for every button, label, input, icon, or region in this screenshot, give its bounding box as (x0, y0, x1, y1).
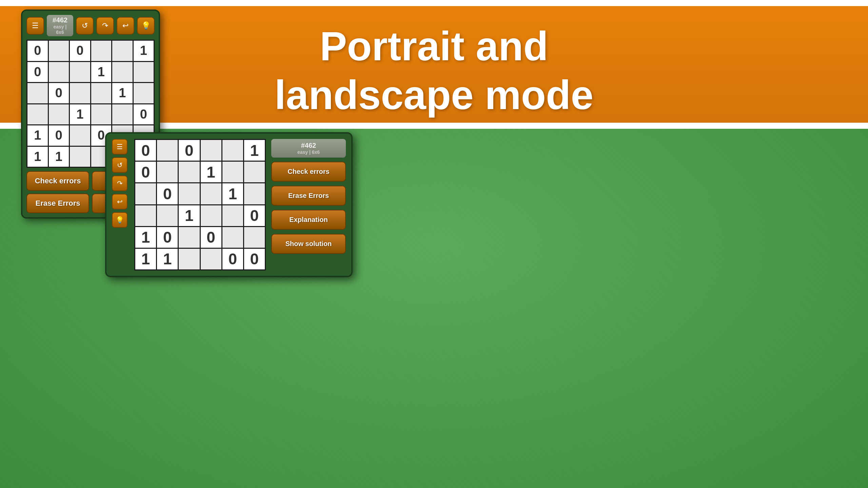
hint-icon: 💡 (141, 21, 151, 30)
landscape-device: ☰ ↺ ↷ ↩ 💡 0 0 1 0 1 (105, 132, 353, 277)
ls-cell-3-4[interactable] (222, 205, 243, 226)
portrait-cell-2-3[interactable] (91, 83, 112, 103)
ls-cell-0-1[interactable] (157, 140, 178, 161)
portrait-cell-0-2[interactable]: 0 (70, 41, 90, 61)
ls-cell-1-2[interactable] (179, 162, 199, 182)
ls-cell-5-2[interactable] (179, 249, 199, 269)
landscape-redo-button[interactable]: ↷ (112, 176, 127, 191)
portrait-cell-0-0[interactable]: 0 (27, 41, 48, 61)
ls-cell-3-1[interactable] (157, 205, 178, 226)
landscape-menu-icon: ☰ (117, 143, 123, 151)
ls-cell-1-1[interactable] (157, 162, 178, 182)
portrait-cell-3-1[interactable] (49, 104, 69, 125)
hint-button[interactable]: 💡 (137, 17, 155, 35)
ls-cell-3-2[interactable]: 1 (179, 205, 199, 226)
portrait-cell-2-2[interactable] (70, 83, 90, 103)
ls-cell-3-3[interactable] (201, 205, 221, 226)
portrait-cell-5-0[interactable]: 1 (27, 147, 48, 167)
ls-cell-4-3[interactable]: 0 (201, 227, 221, 248)
landscape-restart-button[interactable]: ↺ (112, 157, 127, 173)
ls-cell-4-0[interactable]: 1 (135, 227, 156, 248)
undo-button[interactable]: ↩ (117, 17, 134, 35)
portrait-cell-5-1[interactable]: 1 (49, 147, 69, 167)
landscape-right-panel: #462 easy | 6x6 Check errors Erase Error… (271, 139, 346, 270)
portrait-cell-4-1[interactable]: 0 (49, 125, 69, 146)
landscape-undo-button[interactable]: ↩ (112, 194, 127, 209)
ls-cell-5-3[interactable] (201, 249, 221, 269)
ls-cell-1-0[interactable]: 0 (135, 162, 156, 182)
ls-cell-2-0[interactable] (135, 183, 156, 204)
ls-cell-5-1[interactable]: 1 (157, 249, 178, 269)
portrait-cell-0-5[interactable]: 1 (134, 41, 154, 61)
redo-icon: ↷ (102, 21, 108, 30)
portrait-cell-2-5[interactable] (134, 83, 154, 103)
ls-cell-1-3[interactable]: 1 (201, 162, 221, 182)
ls-cell-4-5[interactable] (244, 227, 265, 248)
landscape-restart-icon: ↺ (117, 161, 123, 169)
landscape-redo-icon: ↷ (117, 179, 123, 187)
landscape-hint-button[interactable]: 💡 (112, 212, 127, 228)
ls-cell-5-4[interactable]: 0 (222, 249, 243, 269)
ls-cell-1-5[interactable] (244, 162, 265, 182)
portrait-puzzle-title: #462 easy | 6x6 (47, 15, 73, 36)
portrait-cell-0-4[interactable] (112, 41, 133, 61)
portrait-cell-3-5[interactable]: 0 (134, 104, 154, 125)
portrait-cell-1-2[interactable] (70, 62, 90, 82)
menu-button[interactable]: ☰ (26, 17, 44, 35)
portrait-cell-1-0[interactable]: 0 (27, 62, 48, 82)
ls-cell-1-4[interactable] (222, 162, 243, 182)
redo-button[interactable]: ↷ (96, 17, 114, 35)
portrait-cell-4-2[interactable] (70, 125, 90, 146)
portrait-cell-3-0[interactable] (27, 104, 48, 125)
ls-cell-4-2[interactable] (179, 227, 199, 248)
portrait-cell-3-4[interactable] (112, 104, 133, 125)
portrait-cell-1-3[interactable]: 1 (91, 62, 112, 82)
portrait-cell-4-0[interactable]: 1 (27, 125, 48, 146)
landscape-show-solution-button[interactable]: Show solution (271, 234, 346, 254)
restart-icon: ↺ (82, 21, 88, 30)
ls-cell-3-0[interactable] (135, 205, 156, 226)
portrait-cell-3-3[interactable] (91, 104, 112, 125)
portrait-cell-3-2[interactable]: 1 (70, 104, 90, 125)
ls-cell-2-3[interactable] (201, 183, 221, 204)
ls-cell-0-0[interactable]: 0 (135, 140, 156, 161)
landscape-erase-errors-button[interactable]: Erase Errors (271, 186, 346, 206)
landscape-puzzle-title: #462 easy | 6x6 (271, 139, 346, 158)
ls-cell-2-1[interactable]: 0 (157, 183, 178, 204)
ls-cell-0-5[interactable]: 1 (244, 140, 265, 161)
ls-cell-2-5[interactable] (244, 183, 265, 204)
ls-cell-2-2[interactable] (179, 183, 199, 204)
landscape-sidebar: ☰ ↺ ↷ ↩ 💡 (112, 139, 129, 270)
ls-cell-0-2[interactable]: 0 (179, 140, 199, 161)
landscape-menu-button[interactable]: ☰ (112, 139, 127, 155)
portrait-cell-5-2[interactable] (70, 147, 90, 167)
ls-cell-2-4[interactable]: 1 (222, 183, 243, 204)
landscape-explanation-button[interactable]: Explanation (271, 210, 346, 230)
ls-cell-4-1[interactable]: 0 (157, 227, 178, 248)
portrait-cell-1-4[interactable] (112, 62, 133, 82)
portrait-puzzle-info: easy | 6x6 (50, 24, 71, 35)
ls-cell-3-5[interactable]: 0 (244, 205, 265, 226)
portrait-cell-2-0[interactable] (27, 83, 48, 103)
landscape-puzzle-info: easy | 6x6 (275, 149, 342, 155)
landscape-check-errors-button[interactable]: Check errors (271, 162, 346, 182)
portrait-cell-0-3[interactable] (91, 41, 112, 61)
banner-line2: landscape mode (275, 72, 593, 118)
portrait-cell-2-1[interactable]: 0 (49, 83, 69, 103)
ls-cell-4-4[interactable] (222, 227, 243, 248)
ls-cell-5-0[interactable]: 1 (135, 249, 156, 269)
ls-cell-0-3[interactable] (201, 140, 221, 161)
undo-icon: ↩ (122, 21, 129, 30)
portrait-cell-0-1[interactable] (49, 41, 69, 61)
portrait-erase-errors-button[interactable]: Erase Errors (26, 194, 89, 213)
portrait-check-errors-button[interactable]: Check errors (26, 171, 89, 191)
portrait-cell-1-5[interactable] (134, 62, 154, 82)
landscape-undo-icon: ↩ (117, 198, 123, 206)
restart-button[interactable]: ↺ (76, 17, 94, 35)
ls-cell-5-5[interactable]: 0 (244, 249, 265, 269)
landscape-grid[interactable]: 0 0 1 0 1 0 1 1 0 (134, 139, 266, 270)
portrait-cell-1-1[interactable] (49, 62, 69, 82)
portrait-toolbar: ☰ #462 easy | 6x6 ↺ ↷ ↩ 💡 (26, 15, 155, 36)
ls-cell-0-4[interactable] (222, 140, 243, 161)
portrait-cell-2-4[interactable]: 1 (112, 83, 133, 103)
